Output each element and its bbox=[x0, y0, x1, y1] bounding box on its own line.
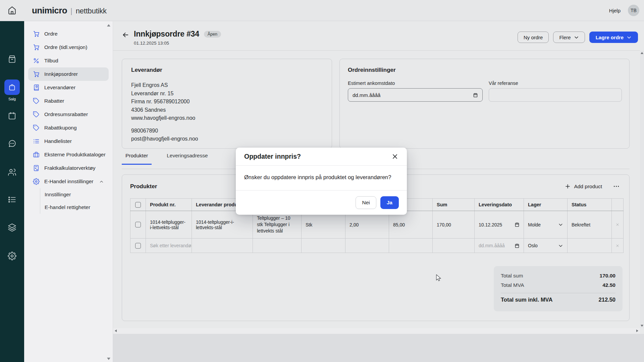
shopping-bag-icon bbox=[8, 83, 16, 91]
modal-cancel-button[interactable]: Nei bbox=[356, 196, 376, 209]
chevron-down-icon bbox=[558, 222, 563, 227]
calendar-picker-icon[interactable] bbox=[473, 93, 478, 98]
delivery-date-input[interactable]: 10.12.2025 bbox=[479, 222, 520, 227]
sidebar-item-label: E-Handel innstillinger bbox=[44, 178, 93, 185]
menu-scroll-up-icon[interactable] bbox=[107, 24, 110, 27]
rail-settings-button[interactable] bbox=[8, 252, 16, 260]
detail-tabs: Produkter Leveringsadresse bbox=[122, 153, 212, 164]
sidebar-item-label: Handlelister bbox=[44, 138, 72, 144]
scroll-up-icon[interactable] bbox=[641, 52, 643, 54]
sidebar-item-label: Rabattkupong bbox=[44, 125, 77, 131]
more-button[interactable]: Flere bbox=[553, 32, 585, 43]
cell-price[interactable]: 85,00 bbox=[389, 211, 433, 239]
modal-message: Ønsker du oppdatere innpris på produktet… bbox=[236, 166, 407, 191]
delete-row-button[interactable] bbox=[616, 243, 619, 248]
add-product-label: Add product bbox=[574, 184, 602, 190]
calendar-picker-icon[interactable] bbox=[515, 243, 520, 248]
user-avatar[interactable]: TB bbox=[628, 5, 639, 16]
sidebar-item-label: E-handel rettigheter bbox=[45, 204, 90, 210]
close-icon bbox=[616, 222, 619, 227]
calendar-icon bbox=[8, 111, 16, 120]
table-more-menu-button[interactable] bbox=[613, 183, 620, 190]
save-order-button[interactable]: Lagre ordre bbox=[589, 32, 638, 43]
home-icon bbox=[8, 6, 16, 15]
menu-scroll-down-icon[interactable] bbox=[107, 358, 110, 360]
close-icon bbox=[392, 153, 398, 160]
delivery-date-input[interactable]: dd.mm.åååå bbox=[479, 243, 520, 248]
total-mva-value: 42.50 bbox=[602, 280, 615, 290]
modal-title: Oppdater innpris? bbox=[244, 153, 301, 160]
calendar-picker-icon[interactable] bbox=[515, 222, 520, 227]
rail-layers-button[interactable] bbox=[8, 223, 16, 232]
sidebar-subitem-ehandel-rettigheter[interactable]: E-handel rettigheter bbox=[45, 201, 113, 214]
logo-separator: | bbox=[70, 7, 72, 15]
home-button[interactable] bbox=[0, 6, 24, 15]
rail-sales-label: Salg bbox=[0, 97, 24, 101]
rail-sales-button[interactable] bbox=[4, 80, 20, 95]
new-order-button[interactable]: Ny ordre bbox=[518, 32, 549, 43]
reference-input[interactable] bbox=[489, 88, 622, 102]
sidebar-item-ordre-tidl-versjon[interactable]: Ordre (tidl.versjon) bbox=[28, 41, 109, 54]
rail-calendar-button[interactable] bbox=[8, 111, 16, 120]
sidebar-item-fraktkalkulatorverktoy[interactable]: Fraktkalkulatorverktøy bbox=[28, 161, 109, 175]
rail-chat-button[interactable] bbox=[8, 139, 16, 148]
calculator-icon bbox=[33, 165, 40, 171]
warehouse-select[interactable]: Molde bbox=[528, 222, 563, 227]
cell-supplier-product-nr: 1014-teltplugger-i-lettvekts-stål bbox=[192, 211, 253, 239]
sidebar-item-label: Innstillinger bbox=[45, 192, 71, 198]
total-incl-mva-value: 212.50 bbox=[599, 297, 615, 303]
sidebar-item-eksterne-produktkataloger[interactable]: Eksterne Produktkataloger bbox=[28, 148, 109, 161]
tab-produkter[interactable]: Produkter bbox=[122, 153, 152, 164]
horizontal-scrollbar[interactable] bbox=[113, 328, 640, 334]
sidebar-item-ordresumsrabatter[interactable]: Ordresumsrabatter bbox=[28, 108, 109, 121]
vertical-scrollbar[interactable] bbox=[640, 51, 644, 328]
warehouse-value: Molde bbox=[528, 222, 541, 227]
sidebar-item-rabattkupong[interactable]: Rabattkupong bbox=[28, 121, 109, 135]
back-button[interactable] bbox=[122, 31, 129, 39]
sidebar-item-label: Ordre bbox=[44, 31, 58, 37]
warehouse-select[interactable]: Oslo bbox=[528, 243, 563, 248]
add-product-button[interactable]: Add product bbox=[565, 183, 602, 190]
rail-archive-button[interactable] bbox=[8, 55, 16, 63]
warehouse-value: Oslo bbox=[528, 243, 538, 248]
row-checkbox[interactable] bbox=[135, 222, 141, 227]
sidebar-item-handlelister[interactable]: Handlelister bbox=[28, 135, 109, 148]
chevron-up-icon bbox=[99, 179, 104, 184]
tag-icon bbox=[33, 124, 40, 131]
cell-quantity[interactable]: 2,00 bbox=[345, 211, 389, 239]
delivery-date-value: 10.12.2025 bbox=[479, 222, 502, 227]
rail-users-button[interactable] bbox=[8, 168, 16, 176]
row-checkbox[interactable] bbox=[135, 243, 141, 249]
sidebar-item-tilbud[interactable]: Tilbud bbox=[28, 54, 109, 67]
sidebar-item-ehandel-innstillinger[interactable]: E-Handel innstillinger bbox=[28, 175, 109, 188]
col-warehouse: Lager bbox=[524, 199, 568, 211]
total-incl-mva-label: Total sum inkl. MVA bbox=[501, 297, 552, 303]
scroll-down-icon[interactable] bbox=[641, 325, 643, 327]
eta-date-input[interactable]: dd.mm.åååå bbox=[348, 88, 483, 102]
scroll-left-icon[interactable] bbox=[115, 329, 117, 332]
rail-checklist-button[interactable] bbox=[8, 195, 16, 204]
sidebar-item-leverandorer[interactable]: Leverandører bbox=[28, 81, 109, 94]
supplier-company-number: Firma nr. 956789012000 bbox=[131, 98, 323, 106]
scroll-right-icon[interactable] bbox=[636, 329, 638, 332]
help-link[interactable]: Hjelp bbox=[609, 8, 621, 13]
header-divider bbox=[113, 50, 640, 51]
sidebar-item-rabatter[interactable]: Rabatter bbox=[28, 94, 109, 108]
modal-close-button[interactable] bbox=[392, 153, 398, 160]
select-all-checkbox[interactable] bbox=[135, 202, 141, 208]
supplier-email: post@havogfjell-engros.noo bbox=[131, 135, 323, 143]
delete-row-button[interactable] bbox=[616, 222, 619, 227]
order-datetime: 01.12.2025 13:05 bbox=[134, 41, 221, 46]
supplier-search-input[interactable]: Søk etter leverandør bbox=[146, 239, 192, 253]
sidebar-item-ordre[interactable]: Ordre bbox=[28, 27, 109, 41]
sidebar-item-label: Tilbud bbox=[44, 58, 58, 64]
layers-icon bbox=[8, 223, 16, 232]
sidebar-item-innkjopsordrer[interactable]: Innkjøpsordrer bbox=[28, 67, 109, 81]
tag-icon bbox=[33, 111, 40, 118]
sidebar-subitem-innstillinger[interactable]: Innstillinger bbox=[45, 188, 113, 201]
archive-box-icon bbox=[8, 55, 16, 63]
modal-confirm-button[interactable]: Ja bbox=[380, 196, 399, 209]
page-title: Innkjøpsordre #34 bbox=[134, 30, 199, 39]
tab-leveringsadresse[interactable]: Leveringsadresse bbox=[163, 153, 211, 164]
percent-icon bbox=[33, 57, 40, 64]
